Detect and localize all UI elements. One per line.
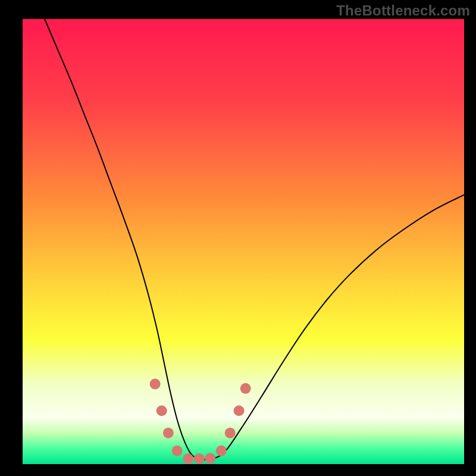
- highlight-marker: [163, 428, 174, 439]
- highlight-marker: [216, 446, 227, 456]
- gradient-background: [23, 19, 464, 464]
- highlight-marker: [156, 405, 167, 416]
- highlight-marker: [240, 383, 251, 394]
- chart-frame: TheBottleneck.com: [0, 0, 476, 476]
- watermark-text: TheBottleneck.com: [336, 2, 470, 19]
- highlight-marker: [205, 453, 215, 464]
- highlight-marker: [183, 453, 193, 464]
- highlight-marker: [172, 446, 183, 456]
- highlight-marker: [234, 405, 245, 416]
- highlight-marker: [194, 453, 205, 464]
- bottleneck-chart: [0, 0, 476, 476]
- highlight-marker: [150, 378, 161, 389]
- highlight-marker: [225, 428, 236, 439]
